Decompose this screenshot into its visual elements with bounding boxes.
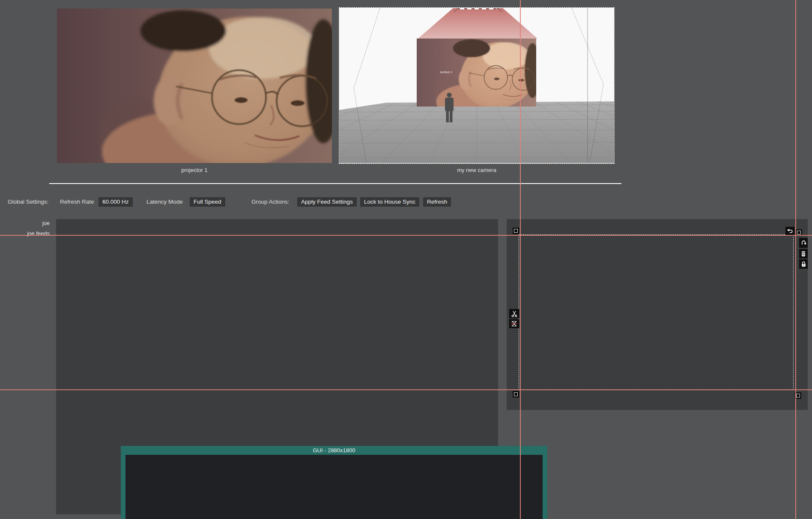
projector-source-thumbnail[interactable]: [57, 9, 332, 163]
merge-vertical-button[interactable]: [509, 319, 519, 328]
refresh-button[interactable]: Refresh: [423, 197, 451, 207]
surface-label: surface 1: [440, 71, 453, 74]
row-label-joe-feeds[interactable]: joe feeds: [0, 230, 50, 237]
hourglass-collapse-icon: [510, 320, 518, 327]
output2-handle-bottom-left[interactable]: [513, 391, 519, 397]
delete-button[interactable]: [799, 249, 808, 258]
row-label-joe[interactable]: joe: [0, 220, 50, 227]
group-actions-label: Group Actions:: [251, 197, 290, 207]
latency-mode-select[interactable]: Full Speed: [190, 197, 225, 207]
camera-preview-panel[interactable]: surface 1: [339, 8, 614, 163]
refresh-rate-value-field[interactable]: 60.000 Hz: [99, 197, 133, 207]
gui-display-title: GUI - 2880x1800: [121, 446, 547, 455]
split-horizontal-button[interactable]: [509, 309, 519, 318]
global-settings-label: Global Settings:: [8, 197, 48, 207]
undo-icon: [787, 228, 793, 234]
rotate-icon: [800, 240, 807, 246]
rotate-button[interactable]: [799, 238, 808, 248]
gui-display-content[interactable]: [125, 455, 543, 519]
camera-preview-label: my new camera: [339, 167, 614, 173]
apply-feed-settings-button[interactable]: Apply Feed Settings: [297, 197, 357, 207]
section-divider: [49, 183, 621, 184]
camera-preview-scene: surface 1: [339, 8, 614, 163]
gui-display-frame[interactable]: GUI - 2880x1800: [121, 446, 547, 519]
scissors-icon: [510, 310, 518, 317]
trash-icon: [800, 250, 806, 257]
global-settings-bar: Global Settings: Refresh Rate 60.000 Hz …: [0, 197, 471, 207]
latency-mode-label: Latency Mode: [146, 197, 183, 207]
projector-thumbnail-label: projector 1: [57, 167, 332, 173]
undo-button[interactable]: [785, 227, 794, 235]
gui-display-container: GUI - 2880x1800: [56, 219, 498, 514]
projector-source-image: [57, 9, 332, 163]
output2-handle-top-right[interactable]: [796, 229, 802, 236]
output2-handle-bottom-right[interactable]: [795, 392, 801, 399]
output2-container: 0, 0 Output 2 - x1080: [507, 219, 808, 410]
output2-handle-top-left[interactable]: [513, 228, 519, 234]
lock-to-house-sync-button[interactable]: Lock to House Sync: [360, 197, 419, 207]
lock-button[interactable]: [799, 259, 808, 269]
lock-icon: [801, 261, 806, 267]
refresh-rate-label: Refresh Rate: [60, 197, 94, 207]
